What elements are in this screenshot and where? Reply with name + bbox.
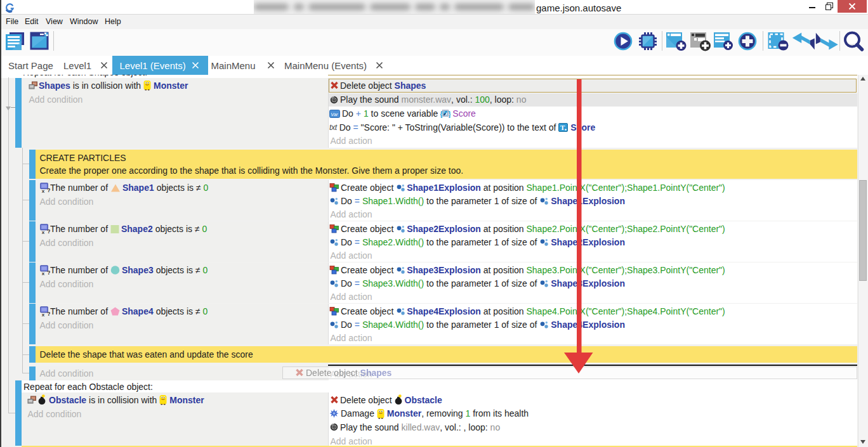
svg-text:x: x: [42, 188, 45, 193]
svg-text:Var: Var: [331, 111, 338, 117]
svg-text:x: x: [42, 312, 45, 316]
svg-text:x: x: [42, 271, 45, 275]
svg-text:x: x: [42, 230, 45, 234]
